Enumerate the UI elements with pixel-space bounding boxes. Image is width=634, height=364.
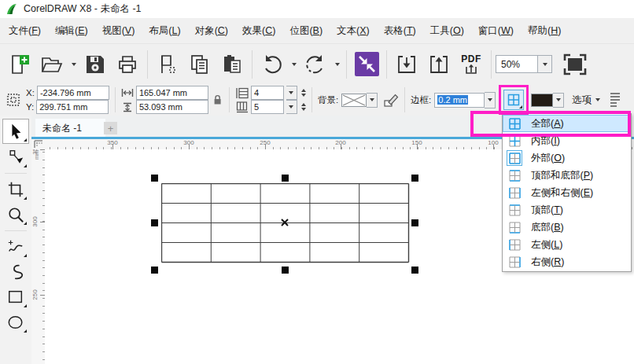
menubar-item-t[interactable]: 表格(T) [377,20,423,42]
background-none-swatch[interactable] [341,94,367,107]
plus-icon: + [108,123,114,134]
spinner-down-icon [301,94,306,97]
outline-color-dropdown-button[interactable] [553,93,564,108]
undo-dropdown-button[interactable] [289,48,299,81]
toolbox-separator [5,230,27,231]
pick-tool-button[interactable] [2,119,29,144]
menubar-item-w[interactable]: 窗口(W) [471,20,521,42]
object-center-mark[interactable] [281,219,289,226]
crop-tool-button[interactable] [3,178,28,201]
shape-tool-button[interactable] [3,145,28,169]
print-button[interactable] [112,48,143,81]
table-columns-field[interactable]: 5 [251,100,284,114]
cut-button[interactable] [152,48,183,81]
undo-icon [261,53,283,75]
border-selection-button[interactable] [503,90,524,110]
save-button[interactable] [79,48,111,81]
border-width-field[interactable]: 0.2 mm [434,93,485,108]
new-tab-button[interactable]: + [104,122,117,134]
object-width-field[interactable]: 165.047 mm [136,86,208,100]
object-height-field[interactable]: 53.093 mm [136,100,208,114]
borders-top-bottom-icon [507,168,522,182]
columns-spinner[interactable] [301,103,306,111]
selection-handle[interactable] [151,219,158,226]
selection-handle[interactable] [151,267,158,274]
lock-ratio-icon[interactable] [213,94,222,105]
chevron-down-icon [72,63,76,66]
object-position-icon [6,92,21,108]
menubar-item-c[interactable]: 效果(C) [235,20,282,42]
copy-icon [189,53,211,75]
ellipse-icon [7,314,24,331]
document-tab[interactable]: 未命名 -1 [35,119,105,138]
outline-color-swatch[interactable] [531,94,553,107]
text-wrap-icon[interactable] [610,92,621,108]
menu-item-borders-all[interactable]: 全部(A) [503,115,631,132]
propbar-separator [229,87,230,112]
background-dropdown-button[interactable] [367,93,378,108]
zoom-tool-button[interactable] [3,203,28,226]
menubar-item-b[interactable]: 位图(B) [282,20,330,42]
all-borders-icon [507,93,521,107]
new-document-icon [9,53,31,75]
menu-item-label: 全部(A) [531,117,564,131]
menubar-item-x[interactable]: 文本(X) [330,20,377,42]
menubar-item-l[interactable]: 布局(L) [142,20,187,42]
selection-handle[interactable] [411,219,418,226]
selection-handle[interactable] [411,175,418,182]
selection-handle[interactable] [411,267,418,274]
open-button[interactable] [36,48,68,81]
menu-item-borders-bottom[interactable]: 底部(B) [503,219,631,236]
menu-item-borders-left[interactable]: 左侧(L) [503,236,631,253]
columns-dropdown-button[interactable] [286,100,297,114]
propbar-separator [311,87,312,112]
menu-item-label: 内部(I) [531,134,560,148]
new-document-button[interactable] [4,48,35,81]
menu-item-borders-outer[interactable]: 外部(O) [503,149,631,167]
redo-dropdown-button[interactable] [332,48,342,81]
export-button[interactable] [423,48,455,81]
chevron-down-icon [289,105,293,108]
ruler-origin-corner[interactable] [31,139,45,149]
borders-bottom-icon [507,220,522,234]
selection-handle[interactable] [282,175,289,182]
publish-pdf-button[interactable]: PDF [455,48,487,81]
curve-tool-button[interactable] [3,260,28,284]
redo-button[interactable] [300,48,331,81]
search-content-button[interactable] [351,48,382,81]
selection-handle[interactable] [282,267,289,274]
rows-dropdown-button[interactable] [286,86,297,100]
import-button[interactable] [391,48,422,81]
toolbar-separator [346,50,347,79]
x-position-field[interactable]: -234.796 mm [37,86,109,100]
menubar-item-c[interactable]: 对象(C) [188,20,235,42]
rows-spinner[interactable] [301,89,306,97]
menubar-item-f[interactable]: 文件(F) [2,20,48,42]
menubar-item-e[interactable]: 编辑(E) [48,20,95,42]
menubar-item-h[interactable]: 帮助(H) [521,20,568,42]
fullscreen-preview-button[interactable] [559,48,591,81]
paste-button[interactable] [216,48,248,81]
copy-button[interactable] [184,48,216,81]
menubar-item-v[interactable]: 视图(V) [95,20,142,42]
menubar-item-o[interactable]: 工具(O) [423,20,471,42]
zoom-level-combo[interactable]: 50% [496,55,552,73]
vertical-ruler[interactable]: mm 350300250 [31,149,46,364]
menu-item-borders-top[interactable]: 顶部(T) [503,201,631,219]
menu-item-borders-left-right[interactable]: 左侧和右侧(E) [503,184,631,201]
edit-fill-icon[interactable] [383,92,399,108]
options-button[interactable]: 选项 [567,94,605,107]
menu-item-borders-right[interactable]: 右侧(R) [503,253,631,270]
zoom-dropdown-button[interactable] [537,56,551,72]
menu-item-borders-top-bottom[interactable]: 顶部和底部(P) [503,167,631,184]
menu-item-borders-inner[interactable]: 内部(I) [503,132,631,149]
undo-button[interactable] [256,48,288,81]
selection-handle[interactable] [151,175,158,182]
freehand-tool-button[interactable] [3,235,28,259]
ellipse-tool-button[interactable] [3,311,28,334]
border-width-dropdown-button[interactable] [485,92,496,108]
y-position-field[interactable]: 299.751 mm [36,100,109,114]
table-rows-field[interactable]: 4 [251,86,284,100]
open-dropdown-button[interactable] [68,48,79,81]
rectangle-tool-button[interactable] [3,285,28,309]
